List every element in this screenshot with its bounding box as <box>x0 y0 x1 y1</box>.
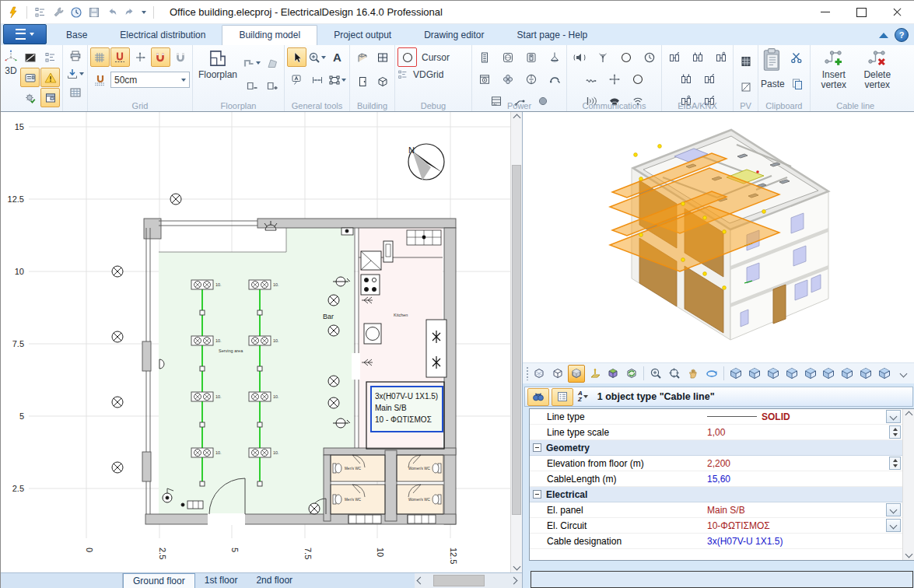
grid-size-combobox[interactable]: 50cm <box>110 72 190 88</box>
label-tool[interactable] <box>287 70 306 89</box>
property-row-line-type[interactable]: Line type SOLID <box>530 409 902 425</box>
wall-polyline-button[interactable] <box>242 54 261 73</box>
tab-building-model[interactable]: Building model <box>222 25 317 45</box>
tab-drawing-editor[interactable]: Drawing editor <box>408 26 500 45</box>
elevation-spinner[interactable] <box>889 457 901 470</box>
cursor-debug-label[interactable]: Cursor <box>422 52 450 63</box>
floorplan-button[interactable]: Floorplan <box>195 47 240 101</box>
paste-button[interactable] <box>762 47 783 72</box>
copy-button[interactable] <box>788 74 807 93</box>
property-row-cable-length[interactable]: CableLength (m) 15,60 <box>530 471 902 487</box>
view-iso-nw-button[interactable] <box>746 365 763 383</box>
save-button[interactable] <box>88 6 100 19</box>
scroll-up-arrow[interactable] <box>511 112 523 124</box>
zoom-extents-button[interactable] <box>666 365 683 383</box>
export-button[interactable] <box>65 65 85 82</box>
group-row-electrical[interactable]: Electrical <box>530 487 902 502</box>
collapse-ribbon-button[interactable] <box>879 33 888 38</box>
properties-panel-toggle[interactable] <box>20 68 40 87</box>
tab-2nd-floor[interactable]: 2nd floor <box>247 573 302 588</box>
pv-area-tool[interactable] <box>736 78 755 97</box>
fan-tool[interactable] <box>498 69 517 89</box>
auto-settings-button[interactable] <box>20 88 40 107</box>
signal-tool[interactable] <box>581 69 601 89</box>
sensor-s-tool[interactable] <box>616 47 636 67</box>
toolbar-overflow-button[interactable] <box>895 365 912 383</box>
undo-button[interactable] <box>106 6 118 19</box>
scroll-up-arrow[interactable] <box>903 409 914 421</box>
view-top-button[interactable] <box>802 365 819 383</box>
cut-button[interactable] <box>786 47 806 67</box>
property-row-elevation[interactable]: Elevation from floor (m) 2,200 <box>530 456 902 471</box>
orbit-button[interactable] <box>703 365 720 383</box>
tab-base[interactable]: Base <box>50 26 103 45</box>
grounded-socket-tool[interactable] <box>521 69 541 89</box>
speaker-tool[interactable] <box>569 47 589 67</box>
view-side-button[interactable] <box>876 365 893 383</box>
property-row-el-panel[interactable]: El. panel Main S/B <box>530 502 902 518</box>
minimize-button[interactable] <box>807 1 843 23</box>
plan-vertical-scrollbar[interactable] <box>510 112 522 572</box>
extrude-view-button[interactable] <box>587 365 604 383</box>
line-type-scale-spinner[interactable] <box>889 425 901 439</box>
insert-vertex-button[interactable]: Insert vertex <box>813 47 855 101</box>
el-panel-dropdown[interactable] <box>886 503 901 516</box>
knx-switch-tool[interactable] <box>676 69 695 89</box>
scroll-down-arrow[interactable] <box>903 548 914 560</box>
pendant-light-tool[interactable] <box>545 47 564 67</box>
plan-horizontal-scrollbar[interactable] <box>415 573 522 588</box>
warnings-toggle[interactable] <box>40 68 60 87</box>
view-front-button[interactable] <box>839 365 856 383</box>
line-type-dropdown[interactable] <box>886 410 901 423</box>
snap-grid-toggle[interactable] <box>110 47 130 67</box>
floor-plan[interactable]: 15 12.5 10 7.5 5 2.5 0 2.5 5 7.5 10 12.5 <box>1 112 510 572</box>
sort-alphabetical-button[interactable]: AZ <box>576 390 590 403</box>
wireframe-view-button[interactable] <box>531 365 548 383</box>
print-button[interactable] <box>65 47 85 65</box>
socket-tool[interactable] <box>498 47 517 67</box>
refresh-view-button[interactable] <box>623 365 640 383</box>
group-row-geometry[interactable]: Geometry <box>530 440 902 456</box>
solid-view-button[interactable] <box>568 365 585 383</box>
scrollbar-thumb[interactable] <box>433 575 485 586</box>
snap-other-button[interactable] <box>171 47 191 67</box>
import-shape-button[interactable] <box>262 54 282 73</box>
tab-electrical-distribution[interactable]: Electrical distribution <box>103 26 222 45</box>
help-icon[interactable]: ? <box>895 28 909 42</box>
view-3d-label[interactable]: 3D <box>5 65 16 76</box>
door-tool[interactable] <box>352 72 372 91</box>
select-cursor-tool[interactable] <box>287 47 306 67</box>
scroll-right-arrow[interactable] <box>508 575 520 586</box>
toolbar-drag-handle[interactable] <box>526 366 529 380</box>
tab-project-output[interactable]: Project output <box>317 26 408 45</box>
copy-floor-up-button[interactable] <box>262 76 282 96</box>
switch-tool[interactable] <box>521 47 541 67</box>
pv-panel-tool[interactable] <box>736 52 755 72</box>
zoom-window-button[interactable] <box>647 365 664 383</box>
properties-view-button[interactable] <box>552 388 573 406</box>
grid-vertical-scrollbar[interactable] <box>902 409 914 560</box>
collapse-icon[interactable] <box>533 443 541 452</box>
knx-actuator-tool[interactable] <box>664 47 684 67</box>
el-circuit-dropdown[interactable] <box>886 519 901 532</box>
view-bottom-button[interactable] <box>821 365 838 383</box>
tab-1st-floor[interactable]: 1st floor <box>195 573 247 588</box>
preview-window-toggle[interactable] <box>40 88 60 107</box>
collapse-icon[interactable] <box>533 490 541 499</box>
knx-binary-tool[interactable] <box>699 69 719 89</box>
view-back-button[interactable] <box>857 365 874 383</box>
copy-floor-down-button[interactable] <box>242 76 261 96</box>
origin-snap-button[interactable] <box>131 47 150 67</box>
rectangle-tool[interactable] <box>327 70 347 89</box>
drawing-canvas[interactable]: 15 12.5 10 7.5 5 2.5 0 2.5 5 7.5 10 12.5 <box>1 112 522 572</box>
object-snap-toggle[interactable] <box>151 47 170 67</box>
property-row-el-circuit[interactable]: El. Circuit 10-ΦΩΤΙΣΜΟΣ <box>530 518 902 534</box>
pan-button[interactable] <box>685 365 702 383</box>
antenna-tool[interactable] <box>593 47 612 67</box>
scroll-down-arrow[interactable] <box>511 561 523 572</box>
contrast-view-button[interactable] <box>20 47 40 67</box>
delete-vertex-button[interactable]: Delete vertex <box>856 47 898 101</box>
knx-dimmer-tool[interactable] <box>711 47 730 67</box>
text-tool[interactable]: A <box>327 47 347 67</box>
wall-tool[interactable] <box>352 47 372 67</box>
